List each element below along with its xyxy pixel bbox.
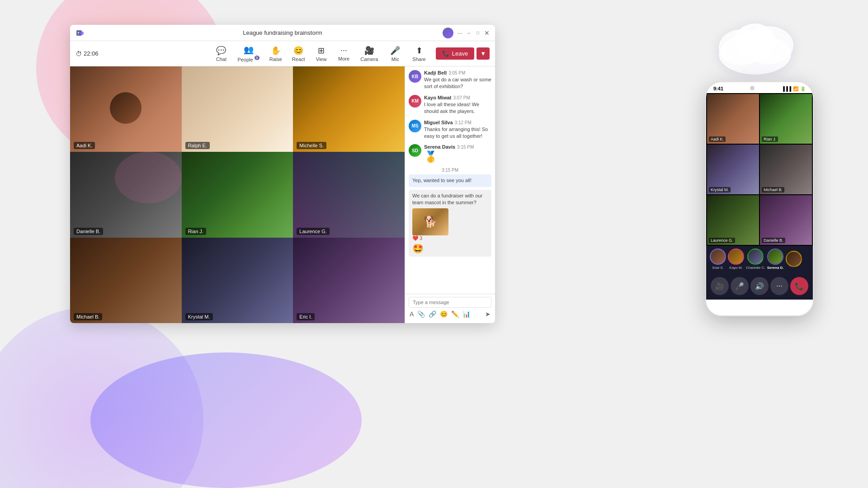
chat-time-kadji: 3:05 PM [448, 70, 465, 75]
phone-label-aadi: Aadi K. [709, 136, 726, 142]
phone-video-cell-danielle: Danielle B. [760, 195, 812, 245]
chat-header-kadji: Kadji Bell 3:05 PM [424, 70, 491, 75]
phone-mockup: 9:41 ▐▐▐ 📶 🔋 Aadi K. Rian J. Krystal M. … [705, 81, 814, 316]
video-cell-ralph: Ralph E. [182, 66, 293, 152]
phone-avatar-label-srial: Srial S. [712, 266, 724, 270]
chat-message-kayo: KM Kayo Miwat 3:07 PM I love all these i… [409, 95, 491, 115]
mic-button[interactable]: 🎤 Mic [384, 44, 406, 64]
chat-time-kayo: 3:07 PM [453, 95, 470, 100]
close-button[interactable]: ✕ [484, 30, 490, 36]
video-grid: Aadi K. Ralph E. Michelle S. Danielle B.… [70, 66, 405, 323]
avatar-serena: SD [409, 144, 421, 157]
chat-emoji-serena: 🥇 [424, 150, 491, 163]
participant-label-ralph: Ralph E. [185, 142, 210, 149]
phone-camera-toggle[interactable]: 🎥 [711, 277, 729, 295]
phone-video-cell-aadi: Aadi K. [707, 94, 759, 144]
camera-button[interactable]: 🎥 Camera [356, 44, 382, 64]
chat-messages: KB Kadji Bell 3:05 PM We got do a car wa… [405, 66, 495, 294]
teams-window: T League fundraising brainstorm ··· – □ … [70, 25, 495, 323]
chat-content-kayo: Kayo Miwat 3:07 PM I love all these idea… [424, 95, 491, 115]
raise-button[interactable]: ✋ Raise [265, 44, 287, 64]
phone-avatar-circle-charlotte [747, 249, 764, 265]
title-bar-right: ··· – □ ✕ [443, 28, 490, 38]
chat-header-serena: Serena Davis 3:15 PM [424, 144, 491, 150]
chat-name-kadji: Kadji Bell [424, 70, 447, 75]
title-bar: T League fundraising brainstorm ··· – □ … [70, 25, 495, 41]
link-button[interactable]: 🔗 [428, 310, 437, 319]
chat-panel: KB Kadji Bell 3:05 PM We got do a car wa… [405, 66, 495, 323]
more-icon: ··· [340, 46, 347, 55]
video-cell-laurence: Laurence G. [293, 152, 405, 237]
chat-header-miguel: Miguel Silva 3:12 PM [424, 120, 491, 125]
share-button[interactable]: ⬆ Share [408, 44, 430, 64]
phone-mic-toggle[interactable]: 🎤 [731, 277, 749, 295]
chart-button[interactable]: 📊 [462, 310, 471, 319]
phone-notch [750, 86, 755, 91]
toolbar: ⏱ 22:06 💬 Chat 👥 People 9 ✋ Raise 😊 Reac… [70, 41, 495, 66]
wifi-icon: 📶 [793, 86, 798, 91]
chat-icon: 💬 [216, 46, 226, 56]
phone-status-bar: 9:41 ▐▐▐ 📶 🔋 [706, 82, 813, 93]
phone-avatar-label-charlotte: Charlotte C. [746, 266, 765, 270]
more-button[interactable]: ··· More [333, 44, 355, 63]
phone-video-grid: Aadi K. Rian J. Krystal M. Michael B. La… [706, 93, 813, 246]
phone-bottom-avatars: Srial S. Kayo M. Charlotte C. Serena D. [706, 246, 813, 272]
participant-label-krystal: Krystal M. [185, 313, 213, 320]
share-icon: ⬆ [416, 46, 423, 56]
signal-icon: ▐▐▐ [782, 86, 791, 91]
phone-label-danielle: Danielle B. [762, 238, 785, 243]
emoji-button[interactable]: 😊 [439, 310, 448, 319]
phone-avatar-circle-extra [786, 251, 802, 267]
leave-button[interactable]: 📞 Leave [436, 47, 474, 60]
timer-icon: ⏱ [75, 50, 82, 57]
phone-speaker-toggle[interactable]: 🔊 [750, 277, 769, 295]
people-button[interactable]: 👥 People 9 [233, 43, 264, 64]
video-cell-danielle: Danielle B. [70, 152, 182, 237]
avatar-kayo: KM [409, 95, 421, 108]
attach-button[interactable]: 📎 [416, 310, 426, 319]
reaction-count: 3 [420, 235, 422, 241]
participant-label-michelle: Michelle S. [297, 142, 326, 149]
leave-dropdown-button[interactable]: ▼ [476, 47, 490, 60]
video-cell-michelle: Michelle S. [293, 66, 405, 152]
format-button[interactable]: A [409, 310, 415, 319]
phone-video-cell-michael: Michael B. [760, 145, 812, 194]
maximize-button[interactable]: □ [475, 30, 481, 36]
view-icon: ⊞ [318, 46, 325, 56]
chat-label: Chat [216, 56, 226, 62]
gif-button[interactable]: ✏️ [450, 310, 460, 319]
toolbar-right: 🎥 Camera 🎤 Mic ⬆ Share 📞 Leave ▼ [356, 44, 490, 64]
chat-bubble-1: Yep, wanted to see you all! [409, 174, 491, 187]
participant-label-eric: Eric I. [297, 313, 315, 320]
send-button[interactable]: ➤ [484, 310, 491, 319]
chat-message-kadji: KB Kadji Bell 3:05 PM We got do a car wa… [409, 70, 491, 90]
chat-input[interactable] [409, 297, 491, 308]
camera-label: Camera [360, 56, 378, 62]
chat-content-serena-medal: Serena Davis 3:15 PM 🥇 [424, 144, 491, 163]
minimize-button[interactable]: – [466, 30, 472, 36]
svg-text:T: T [77, 31, 80, 35]
svg-point-3 [735, 23, 775, 58]
more-options-button[interactable]: ··· [457, 29, 462, 37]
phone-avatar-charlotte: Charlotte C. [746, 249, 765, 270]
avatar-kadji: KB [409, 70, 421, 83]
video-cell-michael: Michael B. [70, 238, 182, 323]
participant-label-aadi: Aadi K. [74, 142, 95, 149]
people-label: People 9 [237, 56, 259, 62]
more-label: More [338, 56, 349, 61]
mic-icon: 🎤 [390, 46, 400, 56]
phone-status-icons: ▐▐▐ 📶 🔋 [782, 86, 806, 91]
chat-name-kayo: Kayo Miwat [424, 95, 452, 100]
phone-avatar-srial: Srial S. [710, 249, 726, 270]
phone-video-cell-krystal: Krystal M. [707, 145, 759, 194]
react-button[interactable]: 😊 React [288, 44, 310, 64]
chat-sticker: 🤩 [412, 243, 488, 254]
view-button[interactable]: ⊞ View [311, 44, 332, 64]
timer-display: 22:06 [84, 50, 99, 57]
phone-more-options[interactable]: ··· [770, 277, 788, 295]
react-label: React [292, 56, 305, 62]
phone-avatar-extra [786, 251, 802, 268]
reaction-emoji: ❤️ [412, 235, 419, 241]
phone-end-call[interactable]: 📞 [790, 277, 808, 295]
chat-button[interactable]: 💬 Chat [210, 44, 232, 64]
